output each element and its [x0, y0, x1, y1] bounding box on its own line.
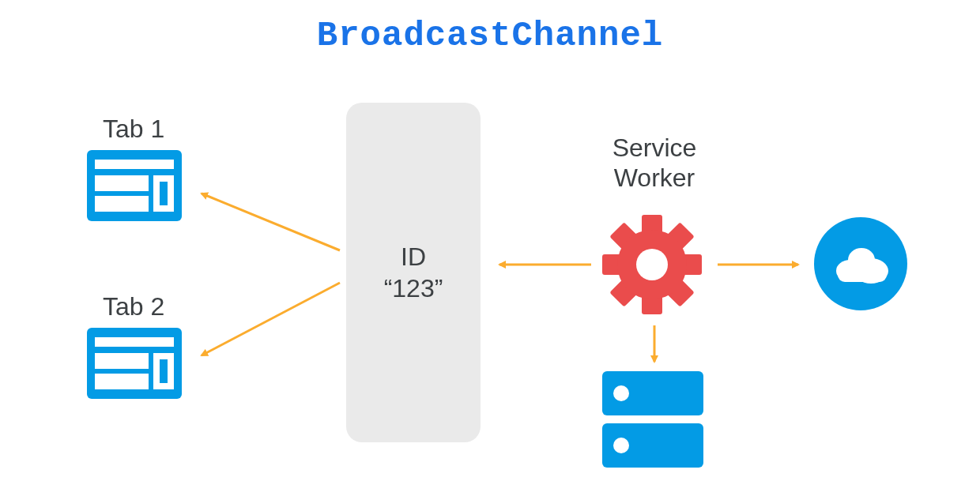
- svg-rect-3: [95, 196, 149, 212]
- svg-rect-26: [838, 268, 887, 282]
- svg-rect-7: [95, 337, 174, 347]
- channel-id: ID “123”: [384, 241, 443, 304]
- svg-rect-8: [95, 353, 149, 369]
- svg-rect-9: [95, 374, 149, 389]
- tab2-label: Tab 2: [103, 292, 164, 321]
- gear-icon: [601, 213, 703, 316]
- channel-id-line1: ID: [401, 242, 426, 271]
- service-worker-line1: Service: [612, 133, 697, 162]
- arrow-channel-to-tab1: [202, 194, 340, 250]
- arrow-channel-to-tab2: [202, 283, 340, 355]
- browser-tab-icon: [87, 328, 182, 399]
- cloud-icon: [814, 217, 907, 310]
- svg-point-30: [613, 438, 629, 453]
- svg-rect-1: [95, 160, 174, 169]
- diagram-title: BroadcastChannel: [0, 16, 980, 55]
- service-worker-line2: Worker: [614, 163, 695, 192]
- svg-rect-5: [160, 182, 168, 205]
- service-worker-label: Service Worker: [583, 133, 726, 194]
- svg-rect-11: [160, 359, 168, 383]
- browser-tab-icon: [87, 150, 182, 221]
- diagram-stage: BroadcastChannel Tab 1 Tab 2 ID “123”: [0, 0, 980, 496]
- svg-rect-2: [95, 175, 149, 191]
- tab1-label: Tab 1: [103, 115, 164, 144]
- channel-box: ID “123”: [346, 103, 481, 442]
- channel-id-line2: “123”: [384, 274, 443, 302]
- svg-point-28: [613, 385, 629, 401]
- storage-icon: [602, 371, 703, 470]
- svg-point-21: [636, 249, 668, 280]
